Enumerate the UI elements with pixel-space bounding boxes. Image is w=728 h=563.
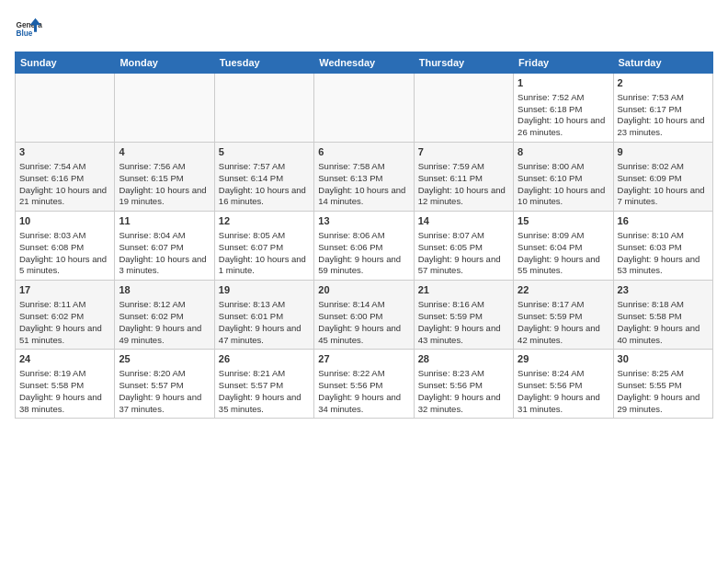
calendar-cell: 3Sunrise: 7:54 AMSunset: 6:16 PMDaylight… bbox=[16, 143, 115, 212]
day-number: 24 bbox=[19, 352, 110, 366]
day-number: 21 bbox=[418, 283, 509, 297]
day-info: Sunset: 6:16 PM bbox=[19, 173, 110, 185]
day-info: Sunrise: 8:19 AM bbox=[19, 368, 110, 380]
day-info: Sunset: 5:56 PM bbox=[318, 380, 409, 392]
calendar-cell: 13Sunrise: 8:06 AMSunset: 6:06 PMDayligh… bbox=[314, 212, 414, 281]
day-info: Sunrise: 8:21 AM bbox=[219, 368, 310, 380]
day-info: Daylight: 9 hours and 40 minutes. bbox=[618, 323, 709, 347]
day-info: Sunrise: 8:11 AM bbox=[19, 299, 110, 311]
calendar-cell: 8Sunrise: 8:00 AMSunset: 6:10 PMDaylight… bbox=[514, 143, 613, 212]
day-info: Daylight: 10 hours and 10 minutes. bbox=[518, 185, 609, 209]
day-info: Sunset: 5:59 PM bbox=[518, 311, 609, 323]
day-info: Sunset: 5:58 PM bbox=[19, 380, 110, 392]
day-info: Sunrise: 8:00 AM bbox=[518, 161, 609, 173]
day-info: Daylight: 9 hours and 32 minutes. bbox=[418, 392, 509, 416]
calendar-cell: 2Sunrise: 7:53 AMSunset: 6:17 PMDaylight… bbox=[613, 74, 712, 143]
day-info: Daylight: 9 hours and 51 minutes. bbox=[19, 323, 110, 347]
day-number: 14 bbox=[418, 214, 509, 228]
day-info: Daylight: 10 hours and 1 minute. bbox=[219, 254, 310, 278]
day-info: Sunrise: 7:54 AM bbox=[19, 161, 110, 173]
weekday-header: Sunday bbox=[16, 52, 115, 74]
day-info: Daylight: 9 hours and 43 minutes. bbox=[418, 323, 509, 347]
calendar-cell: 1Sunrise: 7:52 AMSunset: 6:18 PMDaylight… bbox=[514, 74, 613, 143]
day-number: 22 bbox=[518, 283, 609, 297]
day-info: Sunrise: 8:12 AM bbox=[119, 299, 210, 311]
calendar-cell bbox=[414, 74, 513, 143]
calendar-cell: 24Sunrise: 8:19 AMSunset: 5:58 PMDayligh… bbox=[16, 350, 115, 419]
day-number: 12 bbox=[219, 214, 310, 228]
day-info: Sunrise: 8:14 AM bbox=[318, 299, 409, 311]
calendar-cell: 7Sunrise: 7:59 AMSunset: 6:11 PMDaylight… bbox=[414, 143, 513, 212]
day-info: Daylight: 9 hours and 37 minutes. bbox=[119, 392, 210, 416]
day-info: Daylight: 9 hours and 45 minutes. bbox=[318, 323, 409, 347]
day-number: 1 bbox=[518, 76, 609, 90]
day-info: Sunrise: 8:25 AM bbox=[618, 368, 709, 380]
calendar-cell: 5Sunrise: 7:57 AMSunset: 6:14 PMDaylight… bbox=[214, 143, 313, 212]
svg-text:Blue: Blue bbox=[17, 29, 33, 38]
day-info: Daylight: 9 hours and 29 minutes. bbox=[618, 392, 709, 416]
day-number: 15 bbox=[518, 214, 609, 228]
weekday-header: Thursday bbox=[414, 52, 513, 74]
day-info: Daylight: 9 hours and 55 minutes. bbox=[518, 254, 609, 278]
day-number: 16 bbox=[618, 214, 709, 228]
day-info: Sunset: 6:17 PM bbox=[618, 104, 709, 116]
day-info: Sunrise: 7:52 AM bbox=[518, 92, 609, 104]
weekday-header: Wednesday bbox=[314, 52, 414, 74]
calendar-cell: 10Sunrise: 8:03 AMSunset: 6:08 PMDayligh… bbox=[16, 212, 115, 281]
calendar-week-row: 1Sunrise: 7:52 AMSunset: 6:18 PMDaylight… bbox=[16, 74, 713, 143]
day-info: Sunrise: 8:16 AM bbox=[418, 299, 509, 311]
day-info: Sunset: 5:57 PM bbox=[219, 380, 310, 392]
day-info: Sunset: 6:18 PM bbox=[518, 104, 609, 116]
day-info: Sunset: 6:07 PM bbox=[219, 242, 310, 254]
weekday-header: Saturday bbox=[613, 52, 712, 74]
day-number: 27 bbox=[318, 352, 409, 366]
day-number: 10 bbox=[19, 214, 110, 228]
day-info: Daylight: 10 hours and 14 minutes. bbox=[318, 185, 409, 209]
day-info: Sunset: 6:03 PM bbox=[618, 242, 709, 254]
day-info: Sunset: 6:10 PM bbox=[518, 173, 609, 185]
day-info: Sunrise: 8:23 AM bbox=[418, 368, 509, 380]
day-info: Sunset: 6:09 PM bbox=[618, 173, 709, 185]
day-info: Daylight: 9 hours and 47 minutes. bbox=[219, 323, 310, 347]
day-info: Sunrise: 8:22 AM bbox=[318, 368, 409, 380]
calendar-cell bbox=[115, 74, 214, 143]
day-info: Sunrise: 8:04 AM bbox=[119, 230, 210, 242]
day-number: 4 bbox=[119, 145, 210, 159]
weekday-header: Tuesday bbox=[214, 52, 313, 74]
day-number: 2 bbox=[618, 76, 709, 90]
day-number: 19 bbox=[219, 283, 310, 297]
day-info: Sunrise: 8:05 AM bbox=[219, 230, 310, 242]
logo-icon: General Blue bbox=[15, 15, 42, 42]
calendar-cell: 23Sunrise: 8:18 AMSunset: 5:58 PMDayligh… bbox=[613, 281, 712, 350]
day-info: Sunset: 6:15 PM bbox=[119, 173, 210, 185]
calendar-cell: 19Sunrise: 8:13 AMSunset: 6:01 PMDayligh… bbox=[214, 281, 313, 350]
day-info: Sunset: 6:13 PM bbox=[318, 173, 409, 185]
day-info: Sunrise: 8:03 AM bbox=[19, 230, 110, 242]
day-info: Daylight: 10 hours and 16 minutes. bbox=[219, 185, 310, 209]
day-info: Sunrise: 7:53 AM bbox=[618, 92, 709, 104]
calendar-cell: 25Sunrise: 8:20 AMSunset: 5:57 PMDayligh… bbox=[115, 350, 214, 419]
day-info: Sunset: 5:56 PM bbox=[518, 380, 609, 392]
day-info: Sunrise: 7:58 AM bbox=[318, 161, 409, 173]
day-info: Sunset: 5:58 PM bbox=[618, 311, 709, 323]
day-info: Daylight: 9 hours and 31 minutes. bbox=[518, 392, 609, 416]
day-info: Sunset: 5:56 PM bbox=[418, 380, 509, 392]
day-info: Daylight: 9 hours and 35 minutes. bbox=[219, 392, 310, 416]
day-info: Sunset: 5:57 PM bbox=[119, 380, 210, 392]
day-number: 9 bbox=[618, 145, 709, 159]
calendar-cell: 18Sunrise: 8:12 AMSunset: 6:02 PMDayligh… bbox=[115, 281, 214, 350]
calendar-cell bbox=[314, 74, 414, 143]
calendar-week-row: 24Sunrise: 8:19 AMSunset: 5:58 PMDayligh… bbox=[16, 350, 713, 419]
day-info: Sunset: 6:11 PM bbox=[418, 173, 509, 185]
day-number: 3 bbox=[19, 145, 110, 159]
day-info: Daylight: 10 hours and 21 minutes. bbox=[19, 185, 110, 209]
day-info: Sunrise: 8:06 AM bbox=[318, 230, 409, 242]
day-number: 30 bbox=[618, 352, 709, 366]
day-number: 25 bbox=[119, 352, 210, 366]
day-info: Sunrise: 8:10 AM bbox=[618, 230, 709, 242]
weekday-header: Monday bbox=[115, 52, 214, 74]
calendar-cell: 17Sunrise: 8:11 AMSunset: 6:02 PMDayligh… bbox=[16, 281, 115, 350]
header-area: General Blue bbox=[15, 15, 713, 42]
calendar-cell: 27Sunrise: 8:22 AMSunset: 5:56 PMDayligh… bbox=[314, 350, 414, 419]
day-info: Daylight: 10 hours and 7 minutes. bbox=[618, 185, 709, 209]
